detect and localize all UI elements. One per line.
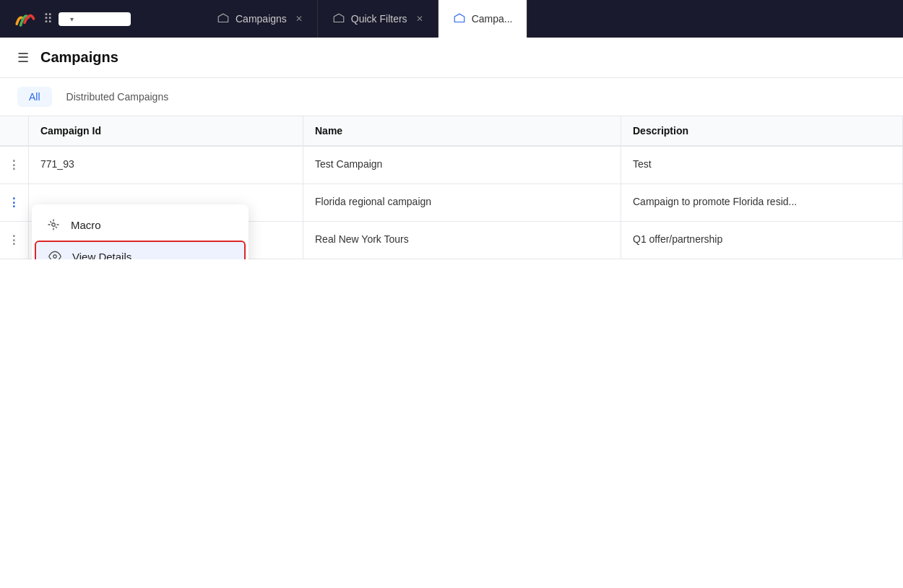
tab-quick-filters-label: Quick Filters [351,13,407,25]
grid-icon[interactable]: ⠿ [43,11,53,27]
eye-icon [48,249,62,259]
tab-campaigns-label: Campaigns [236,13,287,25]
campaign-name-2: Florida regional campaign [303,184,621,221]
svg-point-1 [53,255,57,259]
th-actions [0,116,29,145]
workspace-selector[interactable]: ▾ [59,12,131,26]
row-actions-3[interactable]: ⋮ [0,222,29,259]
page-header: ☰ Campaigns [0,38,903,78]
filter-tab-distributed[interactable]: Distributed Campaigns [55,87,181,107]
menu-icon[interactable]: ☰ [17,50,29,66]
menu-item-view-details[interactable]: View Details [35,241,246,259]
tab-campaigns[interactable]: Campaigns ✕ [202,0,318,38]
svg-point-0 [52,223,56,227]
tab-campaigns-active-label: Campa... [472,13,513,25]
campaign-id-1: 771_93 [29,147,303,183]
app-logo [12,6,38,32]
row-actions-1[interactable]: ⋮ [0,147,29,183]
table-header: Campaign Id Name Description [0,116,903,147]
tab-quick-filters[interactable]: Quick Filters ✕ [318,0,438,38]
campaign-desc-3: Q1 offer/partnership [621,222,903,259]
tab-bar-left: ⠿ ▾ [0,6,202,32]
tab-campaigns-active[interactable]: Campa... [438,0,528,38]
campaign-desc-1: Test [621,147,903,183]
tab-quick-filters-close[interactable]: ✕ [416,14,423,24]
page-title: Campaigns [40,49,118,66]
th-name: Name [303,116,621,145]
campaign-desc-2: Campaign to promote Florida resid... [621,184,903,221]
th-campaign-id: Campaign Id [29,116,303,145]
menu-item-view-details-label: View Details [72,251,131,260]
tab-bar: ⠿ ▾ Campaigns ✕ Quick Filters ✕ Campa... [0,0,903,38]
context-menu: Macro View Details [32,204,249,259]
macro-icon [46,217,61,232]
filter-tabs: All Distributed Campaigns [0,78,903,116]
chevron-down-icon: ▾ [70,15,74,23]
campaign-name-1: Test Campaign [303,147,621,183]
campaigns-tab-icon [217,12,230,25]
campaign-name-3: Real New York Tours [303,222,621,259]
campaigns-table: Campaign Id Name Description ⋮ 771_93 Te… [0,116,903,259]
tab-campaigns-close[interactable]: ✕ [295,14,303,24]
menu-item-macro-label: Macro [71,219,101,231]
quick-filters-tab-icon [332,12,345,25]
campaigns-active-tab-icon [453,12,466,25]
table-row: ⋮ Florida regional campaign Campaign to … [0,184,903,222]
menu-item-macro[interactable]: Macro [32,209,249,241]
filter-tab-all[interactable]: All [17,87,52,107]
th-description: Description [621,116,903,145]
table-row: ⋮ 771_93 Test Campaign Test [0,147,903,184]
row-actions-2[interactable]: ⋮ [0,184,29,221]
